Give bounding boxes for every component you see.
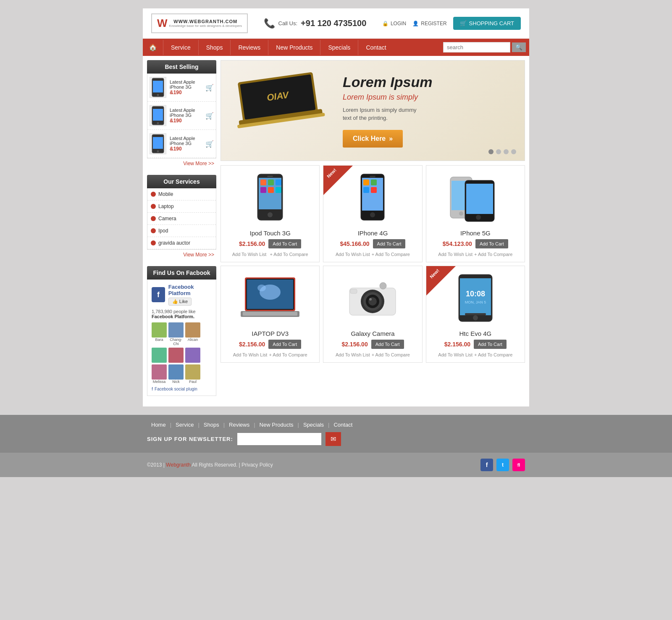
- service-dot: [151, 192, 156, 197]
- svg-rect-7: [153, 137, 163, 149]
- product-name-5: Htc Evo 4G: [431, 330, 520, 337]
- nav-specials[interactable]: Specials: [320, 40, 358, 55]
- compare-4[interactable]: + Add To Compare: [372, 352, 410, 357]
- svg-rect-20: [276, 179, 281, 185]
- newsletter-submit[interactable]: ✉: [326, 432, 341, 446]
- svg-point-52: [369, 298, 372, 301]
- service-camera[interactable]: Camera: [147, 213, 216, 225]
- add-to-cart-2[interactable]: Add To Cart: [475, 239, 508, 248]
- svg-rect-32: [363, 187, 369, 193]
- add-to-cart-0[interactable]: Add To Cart: [268, 239, 301, 248]
- product-image-3: [226, 271, 314, 326]
- svg-rect-31: [371, 179, 377, 185]
- wish-list-1[interactable]: Add To Wish List: [336, 252, 370, 257]
- hero-dot-3[interactable]: [504, 149, 509, 154]
- add-to-cart-5[interactable]: Add To Cart: [474, 340, 507, 349]
- fb-platform-name: Facebook Platform: [168, 284, 212, 296]
- nav-new-products[interactable]: New Products: [268, 40, 320, 55]
- lock-icon: 🔒: [382, 21, 388, 26]
- add-to-cart-4[interactable]: Add To Cart: [371, 340, 404, 349]
- svg-point-8: [157, 150, 159, 153]
- svg-rect-44: [243, 312, 297, 316]
- brand-link[interactable]: Webgranth: [166, 462, 190, 468]
- nav-home[interactable]: 🏠: [143, 39, 163, 55]
- product-name-2: IPhone 5G: [431, 230, 520, 237]
- footer-service[interactable]: Service: [171, 422, 198, 428]
- footer-home[interactable]: Home: [147, 422, 170, 428]
- service-dot: [151, 240, 156, 245]
- cart-small-icon-2[interactable]: 🛒: [205, 112, 214, 120]
- facebook-section-title: Find Us On Facbook: [147, 266, 216, 280]
- hero-dot-4[interactable]: [511, 149, 516, 154]
- svg-marker-55: [426, 266, 456, 295]
- cart-icon: 🛒: [460, 20, 467, 26]
- svg-point-16: [268, 212, 273, 217]
- product-image-2: [431, 171, 520, 225]
- wish-list-2[interactable]: Add To Wish List: [438, 252, 472, 257]
- nav-reviews[interactable]: Reviews: [230, 40, 268, 55]
- register-link[interactable]: 👤 REGISTER: [412, 21, 446, 26]
- svg-rect-38: [466, 184, 493, 214]
- best-sell-item-1: Latest Apple iPhone 3G &190 🛒: [147, 74, 216, 102]
- login-link[interactable]: 🔒 LOGIN: [382, 21, 406, 26]
- compare-3[interactable]: + Add To Compare: [269, 352, 307, 357]
- nav-contact[interactable]: Contact: [358, 40, 394, 55]
- social-flickr[interactable]: fl: [512, 459, 525, 471]
- hero-cta-button[interactable]: Click Here »: [343, 130, 403, 148]
- fb-like-button[interactable]: 👍 Like: [168, 298, 192, 306]
- footer-shops[interactable]: Shops: [200, 422, 223, 428]
- compare-5[interactable]: + Add To Compare: [474, 352, 512, 357]
- footer-contact[interactable]: Contact: [329, 422, 357, 428]
- service-dot: [151, 228, 156, 233]
- footer-new-products[interactable]: New Products: [255, 422, 298, 428]
- service-ipod[interactable]: Ipod: [147, 225, 216, 237]
- product-thumb-1: [150, 77, 166, 98]
- wish-list-3[interactable]: Add To Wish List: [233, 352, 268, 357]
- wish-list-0[interactable]: Add To Wish List: [232, 252, 267, 257]
- nav-shops[interactable]: Shops: [198, 40, 231, 55]
- svg-rect-4: [153, 109, 163, 121]
- service-laptop[interactable]: Laptop: [147, 201, 216, 213]
- social-facebook[interactable]: f: [480, 459, 493, 471]
- hero-dot-1[interactable]: [488, 149, 494, 154]
- compare-0[interactable]: + Add To Compare: [270, 252, 308, 257]
- product-thumb-3: [150, 133, 166, 154]
- hero-dots: [488, 149, 516, 154]
- phone-number: +91 120 4735100: [301, 18, 366, 28]
- services-view-more[interactable]: View More >>: [147, 250, 216, 260]
- wish-list-4[interactable]: Add To Wish List: [336, 352, 370, 357]
- add-to-cart-3[interactable]: Add To Cart: [268, 340, 301, 349]
- search-button[interactable]: 🔍: [512, 42, 526, 52]
- cart-button[interactable]: 🛒 SHOPPING CART: [453, 17, 521, 30]
- svg-point-2: [157, 94, 159, 96]
- compare-1[interactable]: + Add To Compare: [372, 252, 410, 257]
- svg-marker-24: [323, 166, 353, 195]
- service-gravida[interactable]: gravida auctor: [147, 237, 216, 249]
- service-dot: [151, 204, 156, 209]
- search-input[interactable]: [443, 42, 510, 53]
- product-price-5: $2.156.00: [444, 341, 470, 348]
- footer-reviews[interactable]: Reviews: [225, 422, 254, 428]
- fb-avatar-alican: [185, 322, 200, 338]
- product-card-3: IAPTOP DV3 $2.156.00 Add To Cart Add To …: [220, 266, 320, 363]
- hero-description: Lorem Ipsum is simply dummytext of the p…: [343, 106, 512, 122]
- cart-small-icon-3[interactable]: 🛒: [205, 140, 214, 148]
- svg-point-5: [157, 122, 159, 124]
- service-mobile[interactable]: Mobile: [147, 188, 216, 201]
- compare-2[interactable]: + Add To Compare: [474, 252, 512, 257]
- product-card-1: New! IPhone 4G: [323, 165, 422, 262]
- add-to-cart-1[interactable]: Add To Cart: [373, 239, 406, 248]
- footer-specials[interactable]: Specials: [299, 422, 328, 428]
- best-sell-view-more[interactable]: View More >>: [147, 158, 216, 169]
- nav-service[interactable]: Service: [163, 40, 198, 55]
- wish-list-5[interactable]: Add To Wish List: [438, 352, 472, 357]
- product-price-0: $2.156.00: [239, 240, 265, 247]
- svg-point-28: [370, 212, 375, 217]
- svg-rect-30: [363, 179, 369, 185]
- newsletter-input[interactable]: [237, 433, 321, 445]
- product-thumb-2: [150, 105, 166, 126]
- hero-dot-2[interactable]: [496, 149, 501, 154]
- product-card-2: IPhone 5G $54.123.00 Add To Cart Add To …: [426, 165, 525, 262]
- social-twitter[interactable]: t: [496, 459, 509, 471]
- cart-small-icon-1[interactable]: 🛒: [205, 84, 214, 92]
